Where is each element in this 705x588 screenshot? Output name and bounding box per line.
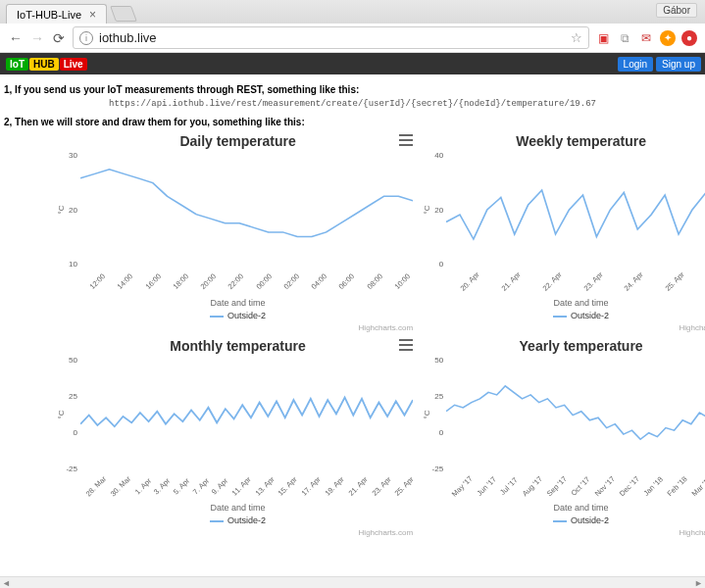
- close-icon[interactable]: ×: [89, 8, 96, 22]
- url-text: iothub.live: [99, 30, 157, 45]
- scroll-right-icon[interactable]: ►: [694, 578, 703, 588]
- x-axis-label: Date and time: [428, 503, 705, 513]
- new-tab-button[interactable]: [110, 6, 137, 22]
- chart-0: Daily temperature°C30201012:0014:0016:00…: [63, 131, 413, 332]
- chart-1: Weekly temperature°C4020020. Apr21. Apr2…: [428, 131, 705, 332]
- x-axis-label: Date and time: [428, 298, 705, 308]
- logo-iot: IoT: [6, 58, 28, 71]
- chart-plot-area: °C50250-25: [63, 356, 413, 473]
- horizontal-scrollbar[interactable]: ◄ ►: [0, 576, 705, 588]
- chart-credit[interactable]: Highcharts.com: [428, 528, 705, 537]
- x-axis-label: Date and time: [63, 503, 413, 513]
- forward-icon[interactable]: →: [29, 30, 45, 46]
- chart-credit[interactable]: Highcharts.com: [63, 323, 413, 332]
- chart-credit[interactable]: Highcharts.com: [63, 528, 413, 537]
- y-axis-label: °C: [57, 206, 66, 215]
- back-icon[interactable]: ←: [8, 30, 24, 46]
- x-axis-ticks: 20. Apr21. Apr22. Apr23. Apr24. Apr25. A…: [428, 269, 705, 300]
- chart-title: Monthly temperature: [63, 338, 413, 354]
- chart-title: Yearly temperature: [428, 338, 705, 354]
- logo-hub: HUB: [29, 58, 59, 71]
- x-axis-ticks: 12:0014:0016:0018:0020:0022:0000:0002:00…: [63, 269, 413, 300]
- legend-swatch: [553, 520, 567, 522]
- ext-icon-3[interactable]: ✉: [638, 30, 654, 46]
- hamburger-icon[interactable]: [399, 133, 413, 147]
- chart-plot-area: °C40200: [428, 151, 705, 269]
- y-axis-label: °C: [57, 411, 66, 419]
- app-logo[interactable]: IoT HUB Live: [4, 56, 89, 73]
- reload-icon[interactable]: ⟳: [51, 30, 67, 46]
- chart-title: Weekly temperature: [428, 133, 705, 149]
- chart-line: [446, 356, 705, 473]
- chart-legend[interactable]: Outside-2: [428, 311, 705, 320]
- signup-button[interactable]: Sign up: [656, 57, 701, 72]
- step-2-text: 2, Then we will store and draw them for …: [4, 117, 701, 127]
- hamburger-icon[interactable]: [399, 338, 413, 352]
- legend-label: Outside-2: [227, 311, 266, 320]
- browser-tab[interactable]: IoT-HUB-Live ×: [6, 4, 107, 24]
- chart-3: Yearly temperature°C50250-25May '17Jun '…: [428, 336, 705, 537]
- api-example: https://api.iothub.live/rest/measurement…: [4, 99, 701, 109]
- legend-label: Outside-2: [571, 311, 609, 320]
- page-content: 1, If you send us your IoT measurements …: [0, 74, 705, 537]
- chart-line: [446, 151, 705, 269]
- chart-title: Daily temperature: [63, 133, 413, 149]
- chart-line: [80, 151, 413, 269]
- logo-live: Live: [60, 58, 87, 71]
- chart-plot-area: °C302010: [63, 151, 413, 269]
- browser-tab-bar: IoT-HUB-Live × Gábor: [0, 0, 705, 24]
- ext-icon-1[interactable]: ▣: [595, 30, 611, 46]
- tab-title: IoT-HUB-Live: [17, 9, 81, 21]
- x-axis-label: Date and time: [63, 298, 413, 308]
- url-input[interactable]: i iothub.live ☆: [73, 26, 589, 49]
- y-axis-label: °C: [423, 206, 431, 215]
- legend-swatch: [553, 316, 567, 318]
- extensions: ▣ ⧉ ✉ ✦ ●: [595, 30, 697, 46]
- bookmark-star-icon[interactable]: ☆: [571, 30, 582, 45]
- charts-grid: Daily temperature°C30201012:0014:0016:00…: [4, 131, 701, 537]
- ext-icon-5[interactable]: ●: [681, 30, 697, 46]
- y-axis-label: °C: [423, 411, 431, 419]
- address-bar: ← → ⟳ i iothub.live ☆ ▣ ⧉ ✉ ✦ ●: [0, 24, 705, 53]
- app-header: IoT HUB Live Login Sign up: [0, 53, 705, 74]
- x-axis-ticks: 28. Mar30. Mar1. Apr3. Apr5. Apr7. Apr9.…: [63, 473, 413, 505]
- site-info-icon[interactable]: i: [79, 31, 93, 45]
- legend-label: Outside-2: [571, 515, 609, 525]
- chart-line: [80, 356, 413, 473]
- chart-legend[interactable]: Outside-2: [63, 311, 413, 320]
- ext-icon-2[interactable]: ⧉: [617, 30, 632, 46]
- chart-plot-area: °C50250-25: [428, 356, 705, 473]
- legend-swatch: [210, 520, 224, 522]
- chart-credit[interactable]: Highcharts.com: [428, 323, 705, 332]
- step-1-text: 1, If you send us your IoT measurements …: [4, 84, 701, 95]
- legend-label: Outside-2: [227, 515, 266, 525]
- x-axis-ticks: May '17Jun '17Jul '17Aug '17Sep '17Oct '…: [428, 473, 705, 505]
- auth-buttons: Login Sign up: [618, 57, 701, 72]
- chart-legend[interactable]: Outside-2: [428, 515, 705, 525]
- chart-legend[interactable]: Outside-2: [63, 515, 413, 525]
- profile-badge[interactable]: Gábor: [656, 3, 697, 18]
- chart-2: Monthly temperature°C50250-2528. Mar30. …: [63, 336, 413, 537]
- scroll-left-icon[interactable]: ◄: [2, 578, 11, 588]
- login-button[interactable]: Login: [618, 57, 653, 72]
- ext-icon-4[interactable]: ✦: [660, 30, 676, 46]
- legend-swatch: [210, 316, 224, 318]
